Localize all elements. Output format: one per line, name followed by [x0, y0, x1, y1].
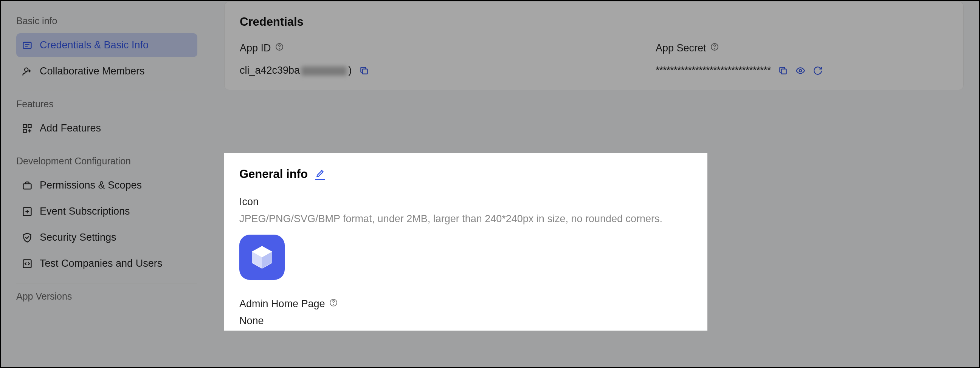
- admin-home-value: None: [239, 315, 692, 327]
- section-title-versions: App Versions: [16, 291, 197, 302]
- svg-rect-6: [24, 124, 27, 127]
- sidebar: Basic info Credentials & Basic Info Coll…: [1, 1, 205, 367]
- sidebar-item-label: Add Features: [40, 122, 101, 134]
- svg-rect-0: [24, 42, 31, 48]
- sidebar-item-label: Security Settings: [40, 232, 116, 243]
- code-box-icon: [22, 258, 33, 270]
- eye-icon[interactable]: [795, 66, 805, 76]
- section-title-features: Features: [16, 98, 197, 109]
- credentials-card: Credentials App ID cli_a42c39ba): [224, 1, 964, 90]
- svg-point-3: [25, 68, 28, 71]
- app-secret-label: App Secret: [655, 42, 706, 54]
- sidebar-item-label: Test Companies and Users: [40, 258, 162, 270]
- divider: [16, 283, 197, 283]
- sidebar-item-credentials[interactable]: Credentials & Basic Info: [16, 33, 197, 57]
- app-id-value: cli_a42c39ba): [240, 65, 352, 76]
- svg-rect-18: [363, 69, 368, 74]
- svg-point-22: [799, 69, 802, 72]
- members-icon: [22, 66, 33, 77]
- copy-icon[interactable]: [359, 66, 369, 76]
- section-title-devconfig: Development Configuration: [16, 155, 197, 167]
- edit-icon[interactable]: [315, 168, 325, 180]
- svg-rect-8: [24, 129, 27, 132]
- svg-rect-11: [24, 184, 31, 189]
- admin-home-label: Admin Home Page: [239, 298, 325, 310]
- sidebar-item-collaborative[interactable]: Collaborative Members: [16, 59, 197, 83]
- help-icon[interactable]: [329, 298, 338, 310]
- help-icon[interactable]: [710, 42, 719, 54]
- sidebar-item-label: Permissions & Scopes: [40, 179, 142, 191]
- general-info-title: General info: [239, 167, 308, 181]
- divider: [16, 91, 197, 91]
- app-id-block: App ID cli_a42c39ba): [240, 42, 580, 76]
- svg-rect-21: [781, 69, 786, 74]
- app-secret-value: ********************************: [655, 65, 770, 76]
- sidebar-item-security[interactable]: Security Settings: [16, 225, 197, 249]
- svg-point-17: [279, 48, 279, 49]
- credentials-title: Credentials: [240, 15, 948, 29]
- refresh-icon[interactable]: [813, 66, 823, 76]
- sidebar-item-permissions[interactable]: Permissions & Scopes: [16, 173, 197, 197]
- sidebar-item-events[interactable]: Event Subscriptions: [16, 200, 197, 223]
- svg-point-24: [333, 304, 334, 305]
- sidebar-item-label: Credentials & Basic Info: [40, 39, 149, 51]
- main-content: Credentials App ID cli_a42c39ba): [205, 1, 979, 367]
- sidebar-item-label: Event Subscriptions: [40, 206, 130, 217]
- copy-icon[interactable]: [778, 66, 788, 76]
- app-secret-block: App Secret *****************************…: [655, 42, 948, 76]
- sidebar-item-test-companies[interactable]: Test Companies and Users: [16, 252, 197, 276]
- shield-icon: [22, 232, 33, 243]
- grid-plus-icon: [22, 123, 33, 134]
- sidebar-item-label: Collaborative Members: [40, 65, 145, 77]
- section-title-basic: Basic info: [16, 16, 197, 27]
- app-id-label: App ID: [240, 42, 271, 54]
- sidebar-item-add-features[interactable]: Add Features: [16, 116, 197, 140]
- svg-rect-7: [28, 124, 31, 127]
- briefcase-icon: [22, 180, 33, 191]
- credentials-icon: [22, 40, 33, 51]
- help-icon[interactable]: [275, 42, 284, 54]
- icon-field-label: Icon: [239, 196, 692, 208]
- app-icon[interactable]: [239, 235, 285, 280]
- general-info-card: General info Icon JPEG/PNG/SVG/BMP forma…: [224, 153, 707, 331]
- plus-box-icon: [22, 206, 33, 217]
- svg-point-20: [714, 48, 714, 49]
- icon-field-desc: JPEG/PNG/SVG/BMP format, under 2MB, larg…: [239, 213, 692, 225]
- divider: [16, 148, 197, 148]
